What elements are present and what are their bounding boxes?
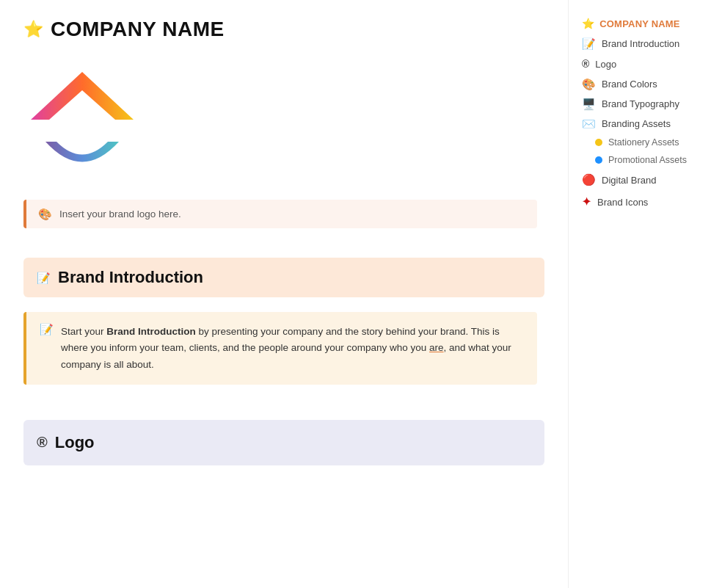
brand-intro-icon: 📝	[37, 272, 51, 283]
sidebar-branding-assets-label: Branding Assets	[602, 118, 671, 129]
sidebar-stationery-label: Stationery Assets	[608, 137, 679, 148]
brand-intro-callout-icon: 📝	[40, 324, 54, 335]
sidebar-item-promotional-assets[interactable]: Promotional Assets	[569, 151, 722, 169]
sidebar-company-label: COMPANY NAME	[599, 18, 680, 29]
stationery-dot-icon	[595, 139, 602, 146]
brand-intro-title: Brand Introduction	[58, 268, 203, 287]
sidebar-digital-brand-icon: 🔴	[582, 173, 596, 186]
sidebar-brand-intro-icon: 📝	[582, 38, 596, 49]
sidebar-brand-intro-label: Brand Introduction	[602, 38, 679, 49]
sidebar-item-brand-introduction[interactable]: 📝 Brand Introduction	[569, 34, 722, 54]
sidebar-item-brand-colors[interactable]: 🎨 Brand Colors	[569, 74, 722, 94]
brand-logo-svg	[31, 65, 134, 182]
star-icon: ⭐	[23, 20, 43, 39]
sidebar-company-name[interactable]: ⭐ COMPANY NAME	[569, 12, 722, 34]
sidebar-item-stationery-assets[interactable]: Stationery Assets	[569, 134, 722, 151]
sidebar-item-brand-icons[interactable]: ✦ Brand Icons	[569, 191, 722, 213]
callout-text: Insert your brand logo here.	[59, 208, 181, 219]
sidebar-brand-typo-label: Brand Typography	[602, 98, 679, 109]
sidebar-brand-typo-icon: 🖥️	[582, 98, 596, 109]
sidebar-logo-icon: ®	[582, 58, 589, 70]
callout-icon: 🎨	[38, 208, 52, 219]
sidebar-item-branding-assets[interactable]: ✉️ Branding Assets	[569, 114, 722, 134]
brand-logo-callout: 🎨 Insert your brand logo here.	[23, 200, 537, 228]
sidebar-star-icon: ⭐	[582, 18, 594, 29]
sidebar-brand-icons-label: Brand Icons	[597, 197, 648, 208]
sidebar-brand-colors-icon: 🎨	[582, 79, 596, 90]
brand-intro-heading: 📝 Brand Introduction	[23, 258, 544, 297]
logo-section-icon: ®	[37, 434, 48, 451]
sidebar-branding-assets-icon: ✉️	[582, 118, 596, 129]
sidebar-item-brand-typography[interactable]: 🖥️ Brand Typography	[569, 94, 722, 114]
logo-section-heading: ® Logo	[23, 420, 544, 465]
logo-section-title: Logo	[55, 433, 95, 452]
sidebar: ⭐ COMPANY NAME 📝 Brand Introduction ® Lo…	[568, 0, 722, 588]
sidebar-item-logo[interactable]: ® Logo	[569, 54, 722, 74]
sidebar-promotional-label: Promotional Assets	[608, 155, 687, 165]
sidebar-digital-brand-label: Digital Brand	[602, 175, 656, 186]
main-content: ⭐ COMPANY NAME	[0, 0, 568, 588]
sidebar-brand-icons-icon: ✦	[582, 195, 591, 208]
promotional-dot-icon	[595, 156, 602, 164]
svg-marker-0	[31, 72, 134, 120]
page-header: ⭐ COMPANY NAME	[23, 18, 544, 41]
sidebar-item-digital-brand[interactable]: 🔴 Digital Brand	[569, 169, 722, 191]
sidebar-brand-colors-label: Brand Colors	[602, 79, 657, 90]
page-title: COMPANY NAME	[51, 18, 225, 41]
brand-intro-callout: 📝 Start your Brand Introduction by prese…	[23, 312, 537, 385]
logo-area	[23, 65, 544, 182]
brand-intro-callout-text: Start your Brand Introduction by present…	[61, 324, 524, 373]
sidebar-logo-label: Logo	[595, 59, 616, 70]
